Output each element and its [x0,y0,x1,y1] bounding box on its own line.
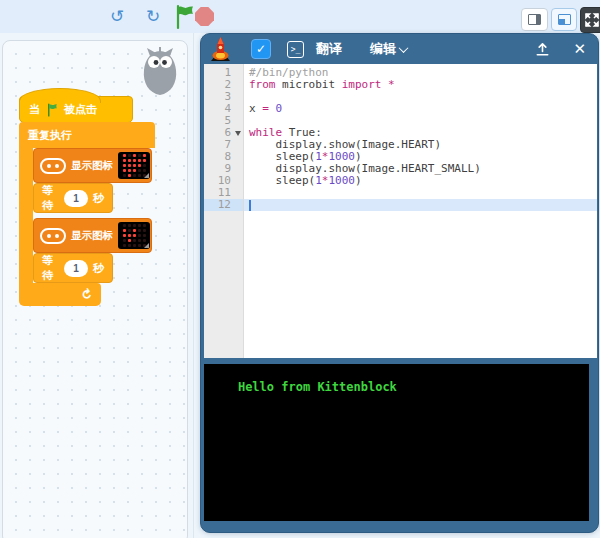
led-dot [143,224,146,227]
panel-splitter[interactable] [193,33,194,538]
code-line[interactable]: sleep(1*1000) [244,175,597,187]
led-dot [143,239,146,242]
green-flag-button[interactable] [171,3,196,30]
code-line[interactable] [244,199,597,211]
layout-right-panel-icon [528,14,541,25]
undo-button[interactable]: ↺ [104,3,130,29]
flag-icon [45,103,59,117]
led-dot [123,164,126,167]
wait-value-input[interactable]: 1 [64,260,88,277]
led-dot [133,239,136,242]
terminal-text: Hello from Kittenblock [238,380,397,394]
led-dot [128,224,131,227]
microbit-icon [40,158,66,174]
fold-arrow-icon[interactable] [235,131,241,136]
upload-button[interactable] [534,41,551,58]
led-dot [138,159,141,162]
text-cursor [249,200,251,211]
led-dot [133,244,136,247]
led-dot [133,174,136,177]
led-dot [128,239,131,242]
owl-icon [137,43,183,99]
repeat-block-bottom[interactable]: ↻ [19,283,101,306]
terminal-toggle-button[interactable]: >_ [287,41,304,58]
hat-label-suffix: 被点击 [64,102,97,117]
stop-octagon-icon [195,7,214,26]
led-matrix-heart[interactable] [118,152,150,179]
led-dot [123,169,126,172]
repeat-label: 重复执行 [28,128,72,143]
led-dot [143,229,146,232]
code-line[interactable]: x = 0 [244,103,597,115]
led-dot [143,159,146,162]
rocket-icon [207,36,234,63]
code-line[interactable] [244,91,597,103]
loop-arrow-icon: ↻ [77,286,96,304]
led-dot [143,169,146,172]
edit-menu[interactable]: 编辑 [370,40,407,58]
editor-code[interactable]: #/bin/pythonfrom microbit import *x = 0w… [244,64,597,358]
green-flag-icon [172,4,196,30]
led-dot [138,244,141,247]
led-dot [123,154,126,157]
expand-arrows-icon [585,13,599,27]
redo-button[interactable]: ↻ [140,3,166,29]
layout-small-stage-button[interactable] [521,8,548,31]
terminal-output[interactable]: Hello from Kittenblock [204,364,589,521]
led-dot [143,164,146,167]
when-flag-clicked-block[interactable]: 当 被点击 [19,96,133,123]
wait-value-input[interactable]: 1 [64,190,88,207]
led-dot [128,164,131,167]
upload-icon [534,41,551,58]
led-dot [123,244,126,247]
chevron-down-icon [399,43,409,53]
led-dot [128,234,131,237]
led-dot [128,169,131,172]
blocks-workspace[interactable]: 当 被点击 重复执行 ↻ 显示图标 等待 1 秒 显示图标 等待 1 秒 [2,40,188,538]
show-icon-block-heart[interactable]: 显示图标 [33,148,152,183]
led-dot [138,229,141,232]
led-dot [123,174,126,177]
auto-refresh-checkbox[interactable]: ✓ [251,39,271,59]
matrix-dropdown-icon [144,243,149,248]
led-dot [138,154,141,157]
fullscreen-button[interactable] [580,7,600,33]
led-dot [138,239,141,242]
led-dot [133,154,136,157]
code-line[interactable] [244,187,597,199]
layout-bottom-left-icon [558,14,571,25]
led-dot [138,224,141,227]
repeat-block-arm[interactable] [19,148,33,283]
led-dot [128,174,131,177]
code-panel-header: ✓ >_ 翻译 编辑 ✕ [201,34,598,64]
led-dot [128,154,131,157]
led-dot [133,159,136,162]
led-dot [133,234,136,237]
show-icon-block-heart-small[interactable]: 显示图标 [33,218,152,253]
layout-split-stage-button[interactable] [551,8,577,31]
wait-block-1[interactable]: 等待 1 秒 [33,183,113,213]
close-panel-button[interactable]: ✕ [573,40,586,58]
led-dot [128,244,131,247]
repeat-forever-block[interactable]: 重复执行 [19,122,155,148]
wait-label: 等待 [42,253,59,283]
led-dot [143,154,146,157]
led-dot [128,159,131,162]
led-dot [128,229,131,232]
code-line[interactable]: from microbit import * [244,79,597,91]
owl-sprite[interactable] [137,43,183,103]
led-dot [138,164,141,167]
code-editor[interactable]: 123456789101112 #/bin/pythonfrom microbi… [204,64,597,358]
editor-gutter: 123456789101112 [204,64,244,358]
led-matrix-heart-small[interactable] [118,222,150,249]
code-editor-panel: ✓ >_ 翻译 编辑 ✕ 123456789101112 #/bi [200,33,599,533]
led-dot [123,224,126,227]
led-dot [133,229,136,232]
led-dot [133,169,136,172]
translate-menu[interactable]: 翻译 [316,40,342,58]
translate-label: 翻译 [316,40,342,58]
wait-block-2[interactable]: 等待 1 秒 [33,253,113,283]
stop-button[interactable] [195,7,214,26]
led-dot [133,164,136,167]
wait-unit: 秒 [93,261,104,276]
